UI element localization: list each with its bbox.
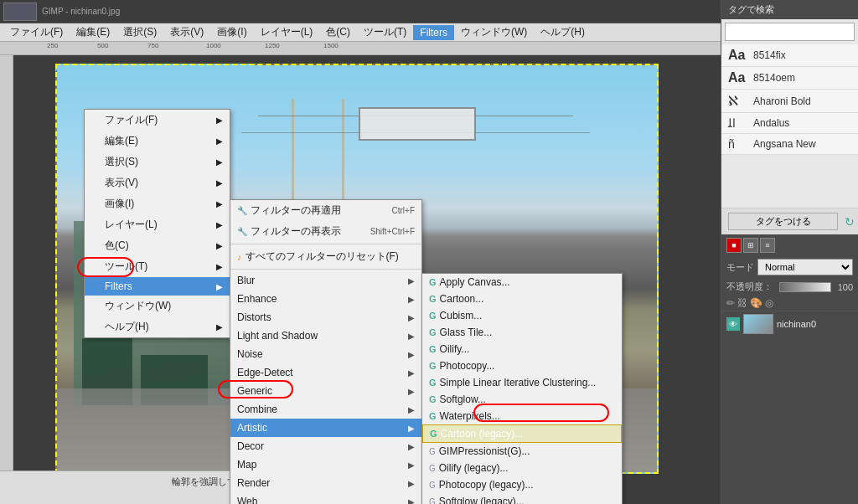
menu-item-layer[interactable]: レイヤー(L) [254,23,320,41]
layer-visibility-toggle[interactable]: 👁 [726,317,740,331]
font-name: Andalus [753,117,789,129]
g-icon: G [430,429,437,439]
filters-item-web[interactable]: Web ▶ [230,492,421,504]
font-preview: Aa [728,70,753,85]
artistic-glass-tile[interactable]: G Glass Tile... [422,324,622,341]
menu-item-filters[interactable]: Filters [413,25,454,40]
ctx-item-layer[interactable]: レイヤー(L)▶ [85,214,230,235]
font-item-8514oem[interactable]: Aa 8514oem [721,67,858,90]
pencil-icon: ✏ [726,297,735,309]
artistic-oilify-legacy[interactable]: G Oilify (legacy)... [422,460,622,476]
g-legacy-icon: G [429,497,436,505]
g-legacy-icon: G [429,464,436,473]
mode-select[interactable]: Normal Multiply Screen [757,259,853,275]
menu-item-file[interactable]: ファイル(F) [3,23,70,41]
ruler-top: 250 500 750 1000 1250 1500 [0,42,721,55]
ctx-item-image[interactable]: 画像(I)▶ [85,193,230,214]
g-icon: G [429,378,437,388]
menu-item-view[interactable]: 表示(V) [163,23,210,41]
artistic-softglow[interactable]: G Softglow... [422,391,622,408]
window-title: GIMP - nichinan0.jpg [42,7,120,16]
ruler-left [0,55,13,504]
filters-item-decor[interactable]: Decor ▶ [230,437,421,455]
filters-item-reset-all[interactable]: ♪ すべてのフィルターのリセット(F) [230,246,421,267]
g-icon: G [429,411,437,421]
artistic-cartoon[interactable]: G Cartoon... [422,291,622,307]
ctx-item-file[interactable]: ファイル(F)▶ [85,110,230,131]
font-preview: Aa [728,48,753,63]
g-icon: G [429,344,437,354]
tag-search-label: タグで検索 [728,3,774,16]
filters-item-blur[interactable]: Blur ▶ [230,271,421,290]
filters-item-redisplay[interactable]: 🔧 フィルターの再表示 Shift+Ctrl+F [230,221,421,242]
tag-search-header: タグで検索 [721,0,858,19]
menu-item-select[interactable]: 選択(S) [116,23,163,41]
artistic-slic[interactable]: G Simple Linear Iterative Clustering... [422,374,622,391]
tag-button-row: タグをつける ↻ [721,208,858,234]
g-icon: G [429,394,437,404]
artistic-oilify[interactable]: G Oilify... [422,341,622,357]
ctx-item-help[interactable]: ヘルプ(H)▶ [85,316,230,337]
filters-item-noise[interactable]: Noise ▶ [230,345,421,363]
tag-search-input[interactable] [725,23,855,41]
filters-item-combine[interactable]: Combine ▶ [230,400,421,419]
filters-item-light-shadow[interactable]: Light and Shadow ▶ [230,327,421,345]
filters-item-enhance[interactable]: Enhance ▶ [230,290,421,308]
font-item-aharoni[interactable]: ℵ Aharoni Bold [721,90,858,113]
ctx-item-select[interactable]: 選択(S)▶ [85,152,230,172]
menu-item-help[interactable]: ヘルプ(H) [534,23,592,41]
filters-sep2 [230,269,421,270]
filters-item-reapply[interactable]: 🔧 フィルターの再適用 Ctrl+F [230,200,421,221]
layer-thumbnail [743,314,773,334]
font-manager-panel: タグで検索 Aa 8514fix Aa 8514oem ℵ Aharoni Bo… [721,0,858,234]
menu-item-image[interactable]: 画像(I) [210,23,253,41]
ctx-item-edit[interactable]: 編集(E)▶ [85,131,230,152]
mode-row: モード Normal Multiply Screen [721,256,858,278]
window-thumb [3,3,37,21]
ctx-item-tools[interactable]: ツール(T)▶ [85,256,230,277]
ctx-item-filters[interactable]: Filters▶ [85,277,230,296]
menu-item-windows[interactable]: ウィンドウ(W) [454,23,534,41]
font-list: Aa 8514fix Aa 8514oem ℵ Aharoni Bold اﻠ … [721,44,858,208]
tag-button[interactable]: タグをつける [728,213,838,230]
ctx-item-view[interactable]: 表示(V)▶ [85,172,230,193]
g-icon: G [429,294,437,304]
artistic-softglow-legacy[interactable]: G Softglow (legacy)... [422,493,622,504]
layer-tab-channels[interactable]: ⊞ [743,238,758,253]
layer-tab-color[interactable]: ■ [726,238,742,253]
font-name: Angsana New [753,138,816,150]
font-item-andalus[interactable]: اﻠ Andalus [721,113,858,134]
menu-item-tools[interactable]: ツール(T) [357,23,413,41]
filters-item-generic[interactable]: Generic ▶ [230,382,421,400]
ctx-item-windows[interactable]: ウィンドウ(W) [85,296,230,316]
g-icon: G [429,311,437,321]
layer-tab-paths[interactable]: ≡ [760,238,775,253]
layers-header: ■ ⊞ ≡ [721,234,858,256]
artistic-cubism[interactable]: G Cubism... [422,307,622,324]
layer-name: nichinan0 [777,319,853,329]
filters-submenu: 🔧 フィルターの再適用 Ctrl+F 🔧 フィルターの再表示 Shift+Ctr… [230,199,422,504]
artistic-waterpixels[interactable]: G Waterpixels... [422,408,622,424]
refresh-icon[interactable]: ↻ [845,215,855,229]
font-item-angsana[interactable]: ñ Angsana New [721,134,858,155]
paint-icon: 🎨 [750,297,762,309]
menu-item-color[interactable]: 色(C) [319,23,357,41]
artistic-photocopy[interactable]: G Photocopy... [422,357,622,374]
ctx-item-color[interactable]: 色(C)▶ [85,235,230,256]
filters-item-edge-detect[interactable]: Edge-Detect ▶ [230,363,421,382]
font-item-8514fix[interactable]: Aa 8514fix [721,44,858,67]
menubar: ファイル(F) 編集(E) 選択(S) 表示(V) 画像(I) レイヤー(L) … [0,23,721,42]
artistic-gimpressionist[interactable]: G GIMPressionist(G)... [422,443,622,460]
filters-item-render[interactable]: Render ▶ [230,474,421,492]
filters-item-artistic[interactable]: Artistic ▶ [230,419,421,437]
opacity-slider[interactable] [779,282,831,292]
artistic-cartoon-legacy[interactable]: G Cartoon (legacy)... [422,424,622,443]
filters-item-map[interactable]: Map ▶ [230,455,421,474]
g-legacy-icon: G [429,447,436,456]
artistic-apply-canvas[interactable]: G Apply Canvas... [422,274,622,291]
menu-item-edit[interactable]: 編集(E) [70,23,116,41]
artistic-photocopy-legacy[interactable]: G Photocopy (legacy)... [422,476,622,493]
filters-item-distorts[interactable]: Distorts ▶ [230,308,421,327]
top-toolbar: GIMP - nichinan0.jpg [0,0,721,23]
font-preview: اﻠ [728,116,753,130]
